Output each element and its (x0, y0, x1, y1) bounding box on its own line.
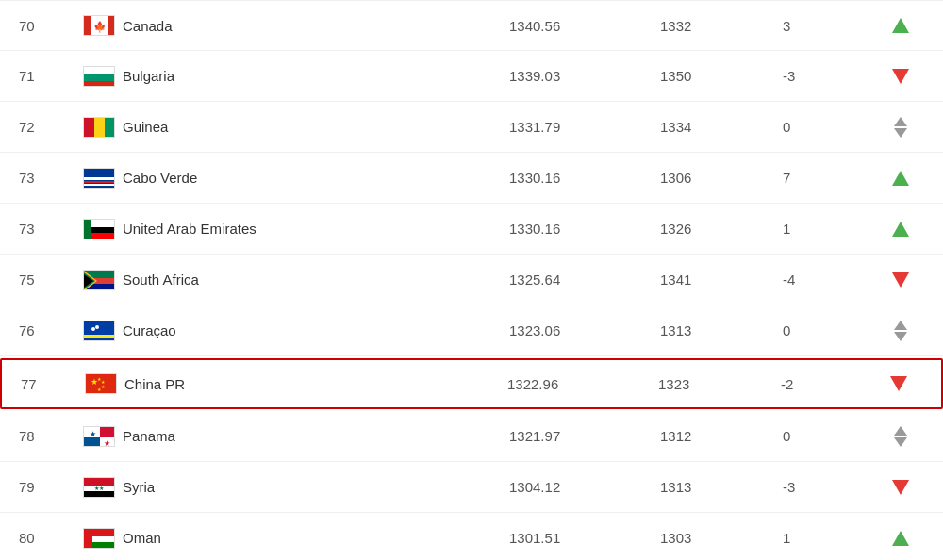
flag-cell: ★ ★ ★ ★ ★ (77, 373, 124, 394)
change-cell: -2 (781, 376, 875, 392)
svg-rect-11 (84, 177, 115, 180)
trend-arrow (877, 426, 924, 447)
country-name: Cabo Verde (123, 170, 509, 186)
flag-cell (75, 168, 123, 189)
svg-point-27 (95, 325, 99, 329)
flag-cell (75, 321, 123, 341)
svg-rect-4 (84, 67, 115, 74)
flag-cell (75, 219, 123, 239)
trend-neutral-icon (894, 117, 907, 138)
svg-rect-35 (100, 427, 115, 437)
flag-cell: ★ ★ (75, 426, 123, 447)
change-cell: 7 (783, 170, 877, 186)
prev-points-cell: 1306 (660, 170, 783, 186)
rank-cell: 73 (19, 170, 75, 186)
trend-down-icon (892, 272, 909, 288)
country-name: Panama (123, 428, 509, 444)
trend-up-icon (892, 18, 909, 33)
flag-cell (75, 528, 123, 549)
svg-rect-12 (84, 181, 115, 183)
svg-rect-6 (84, 81, 115, 87)
panama-flag: ★ ★ (83, 426, 115, 447)
oman-flag (83, 528, 115, 549)
country-name: Syria (123, 479, 509, 495)
table-row: 78 ★ ★ Panama 1321.97 1312 0 (0, 411, 943, 462)
svg-rect-2 (108, 16, 115, 36)
trend-down-icon (892, 480, 909, 495)
trend-neutral-icon (894, 321, 907, 341)
change-cell: -3 (783, 68, 877, 84)
flag-cell (75, 270, 123, 290)
country-name: United Arab Emirates (123, 221, 509, 237)
change-cell: 0 (783, 322, 877, 338)
trend-down-icon (892, 69, 909, 84)
points-cell: 1304.12 (509, 479, 660, 495)
svg-rect-15 (91, 220, 115, 227)
country-name: Oman (123, 530, 509, 546)
table-row: 76 Curaçao 1323.06 1313 0 (0, 305, 943, 356)
prev-points-cell: 1332 (660, 18, 783, 34)
prev-points-cell: 1341 (660, 272, 783, 288)
points-cell: 1322.96 (507, 376, 658, 392)
rank-cell: 79 (19, 479, 75, 495)
country-name: Curaçao (123, 322, 509, 338)
svg-text:★★: ★★ (94, 486, 104, 491)
change-cell: 1 (783, 530, 877, 546)
change-cell: 1 (783, 221, 877, 237)
prev-points-cell: 1334 (660, 119, 783, 135)
points-cell: 1323.06 (509, 322, 660, 338)
prev-points-cell: 1350 (660, 68, 783, 84)
flag-cell: ★★ (75, 477, 123, 498)
rank-cell: 77 (21, 376, 77, 392)
country-name: Canada (123, 18, 509, 34)
svg-rect-8 (94, 118, 105, 138)
canada-flag: 🍁 (83, 15, 115, 36)
rank-cell: 71 (19, 68, 75, 84)
trend-arrow (877, 222, 924, 237)
svg-rect-17 (91, 233, 115, 239)
change-cell: -3 (783, 479, 877, 495)
svg-rect-25 (84, 335, 115, 338)
trend-arrow (877, 272, 924, 288)
flag-cell: 🍁 (75, 15, 123, 36)
svg-rect-40 (84, 478, 115, 486)
svg-rect-16 (91, 227, 115, 233)
country-name: Bulgaria (123, 68, 509, 84)
trend-arrow (877, 321, 924, 341)
table-row: 79 ★★ Syria 1304.12 1313 -3 (0, 462, 943, 513)
change-cell: 0 (783, 428, 877, 444)
rank-cell: 80 (19, 530, 75, 546)
svg-rect-0 (84, 16, 91, 36)
trend-arrow (877, 69, 924, 84)
svg-rect-14 (84, 220, 91, 239)
prev-points-cell: 1303 (660, 530, 783, 546)
svg-rect-42 (84, 491, 115, 498)
change-cell: -4 (783, 272, 877, 288)
points-cell: 1325.64 (509, 272, 660, 288)
points-cell: 1339.03 (509, 68, 660, 84)
svg-text:★: ★ (90, 430, 96, 438)
rankings-table: 70 🍁 Canada 1340.56 1332 3 71 Bulgaria 1… (0, 0, 943, 560)
uae-flag (83, 219, 115, 239)
country-name: Guinea (123, 119, 509, 135)
rank-cell: 72 (19, 119, 75, 135)
rank-cell: 76 (19, 322, 75, 338)
table-row: 77 ★ ★ ★ ★ ★ China PR 1322.96 1323 -2 (0, 358, 943, 409)
rank-cell: 78 (19, 428, 75, 444)
rank-cell: 70 (19, 18, 75, 34)
syria-flag: ★★ (83, 477, 115, 498)
prev-points-cell: 1313 (660, 322, 783, 338)
flag-cell (75, 117, 123, 138)
points-cell: 1301.51 (509, 530, 660, 546)
table-row: 70 🍁 Canada 1340.56 1332 3 (0, 0, 943, 51)
trend-arrow (875, 376, 922, 391)
southafrica-flag (83, 270, 115, 290)
flag-cell (75, 66, 123, 87)
trend-arrow (877, 531, 924, 546)
trend-arrow (877, 18, 924, 33)
svg-rect-9 (105, 118, 115, 138)
points-cell: 1340.56 (509, 18, 660, 34)
svg-text:🍁: 🍁 (93, 20, 107, 33)
trend-up-icon (892, 531, 909, 546)
guinea-flag (83, 117, 115, 138)
